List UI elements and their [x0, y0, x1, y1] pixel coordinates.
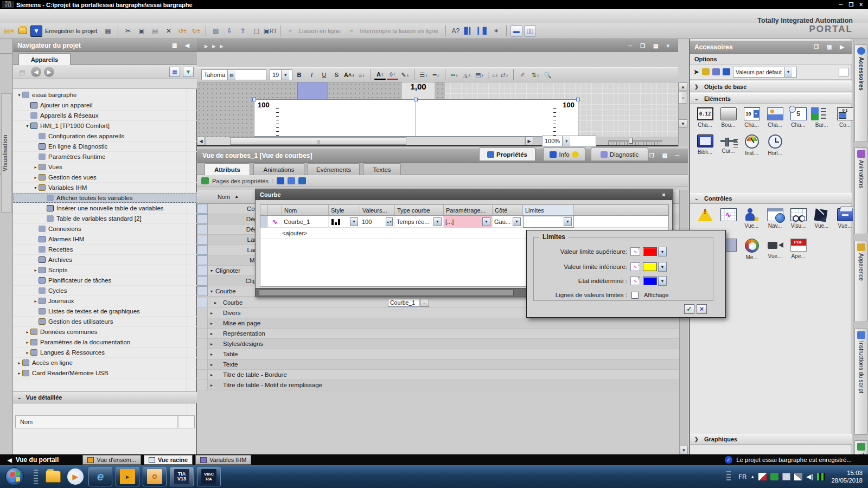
window-layout2-icon[interactable]: ▎▊ [477, 25, 489, 37]
tree-item[interactable]: Cycles [13, 286, 197, 296]
copy-icon[interactable]: ▣ [136, 25, 148, 37]
tree-item[interactable]: Recettes [13, 245, 197, 255]
editor-tab-vue-densemble[interactable]: Vue d'ensem... [82, 455, 141, 465]
vscroll-thumb[interactable]: ≡ [679, 92, 687, 104]
row-selector[interactable] [197, 276, 208, 286]
palette-item[interactable]: Inst... [740, 134, 763, 156]
navigator-header-icons[interactable]: ▥ ◀ [172, 42, 193, 48]
tree-item[interactable]: Listes de textes et de graphiques [13, 306, 197, 317]
close-icon[interactable]: × [660, 191, 668, 198]
tree-item[interactable]: Variables IHM [13, 183, 197, 193]
cut-icon[interactable]: ✂ [122, 25, 134, 37]
bold-icon[interactable]: B [293, 69, 305, 80]
property-pages-label[interactable]: Pages des propriétés [212, 178, 269, 184]
palette-item[interactable]: Vue... [740, 208, 763, 229]
palette-item[interactable]: 5 Cha... [787, 107, 810, 128]
zoom-tool-icon[interactable]: 🔍 [542, 69, 553, 80]
limites-dropdown-icon[interactable]: ▼ [564, 217, 572, 226]
tree-item[interactable]: Appareils & Réseaux [13, 111, 197, 121]
section-graphiques[interactable]: ❯Graphiques [690, 434, 852, 445]
clock[interactable]: 15:03 28/05/2018 [831, 469, 863, 484]
properties-window-icons[interactable]: ❒ ▤ ─ [649, 152, 682, 158]
palette-item[interactable]: ∿ [717, 208, 740, 229]
row-expander-icon[interactable] [208, 342, 215, 346]
tree-item[interactable]: Archives [13, 255, 197, 265]
subtab-attributs[interactable]: Attributs [205, 163, 250, 175]
lower-limit-color-swatch[interactable] [643, 262, 657, 271]
scroll-right-icon[interactable]: ▶ [525, 137, 533, 145]
row-expander-icon[interactable] [208, 352, 215, 357]
palette-item[interactable]: Visu... [787, 208, 810, 229]
row-selector[interactable] [197, 380, 208, 390]
format-painter-icon[interactable]: ✐ [517, 69, 528, 80]
save-project-button[interactable]: Enregistrer le projet [45, 28, 97, 34]
hscroll-thumb[interactable]: ||| [230, 137, 406, 145]
zoom-slider-knob[interactable] [629, 138, 633, 144]
subtab-evenements[interactable]: Evénements [308, 163, 360, 175]
tia-v13-button[interactable]: TIAV13 [170, 467, 194, 486]
row-selector[interactable] [197, 370, 208, 380]
open-project-icon[interactable] [17, 25, 29, 37]
wizard-icon[interactable] [712, 68, 720, 75]
volume-icon[interactable]: ◀) [806, 473, 813, 480]
stamp-icon[interactable] [702, 68, 710, 75]
palette-item[interactable]: ▶ Me... [740, 239, 763, 260]
attribute-group-row[interactable]: Titre de table - Motif de remplissage [197, 380, 688, 390]
courbe-dialog-titlebar[interactable]: Courbe × [256, 189, 672, 200]
curve-type-cell[interactable]: Temps rée... ▼ [395, 216, 444, 228]
import-icon[interactable]: ▼ [183, 67, 194, 77]
tree-item[interactable]: Paramètres Runtime [13, 152, 197, 162]
curve-values-cell[interactable]: 100 ▲▼ [360, 216, 395, 228]
selection-handle[interactable] [414, 98, 418, 101]
stop-runtime-icon[interactable]: ▣RT [264, 25, 276, 37]
subtab-textes[interactable]: Textes [363, 163, 401, 175]
expander-icon[interactable] [16, 371, 22, 376]
delete-icon[interactable]: ✕ [163, 25, 175, 37]
tab-info[interactable]: Info [543, 147, 585, 160]
courbe-row[interactable]: ∿ Courbe_1 ▼ 100 ▲▼ Temps rée... ▼ [...]… [260, 216, 668, 228]
internet-explorer-button[interactable]: e [88, 467, 112, 486]
back-icon[interactable]: ◀ [31, 67, 41, 77]
line-weight-icon[interactable]: ━± [430, 69, 442, 80]
side-dropdown-icon[interactable]: ▼ [513, 217, 521, 226]
flag-alert-icon[interactable] [758, 473, 767, 480]
col-limites[interactable]: Limites [523, 205, 574, 215]
tab-order-icon[interactable]: ⇅± [529, 69, 541, 80]
expander-icon[interactable] [16, 93, 22, 98]
attribute-group-row[interactable]: Styles/designs [197, 339, 688, 349]
download-icon[interactable]: ⇩ [224, 25, 235, 37]
tree-item[interactable]: En ligne & Diagnostic [13, 142, 197, 152]
row-expander-icon[interactable] [208, 383, 215, 388]
col-cote[interactable]: Côté [493, 205, 523, 215]
font-family-dropdown-icon[interactable]: ▤ [227, 70, 235, 80]
expander-icon[interactable] [24, 124, 30, 129]
tree-item[interactable]: Gestion des utilisateurs [13, 317, 197, 327]
tree-item[interactable]: Insérer une nouvelle table de variables [13, 203, 197, 214]
flip-icon[interactable]: ◮± [461, 69, 473, 80]
go-online-button[interactable]: Liaison en ligne [299, 28, 340, 34]
courbe-value-field[interactable]: Courbe_1 [388, 299, 419, 307]
sort-icon[interactable] [277, 177, 284, 184]
start-button[interactable] [5, 467, 24, 486]
zoom-combo[interactable]: 100% ▾ [542, 136, 596, 146]
expander-icon[interactable] [24, 340, 30, 345]
io-field-object[interactable]: 1,00 [401, 82, 435, 101]
curve-name-cell[interactable]: Courbe_1 [282, 216, 329, 228]
tree-item[interactable]: Vues [13, 162, 197, 172]
tab-appareils[interactable]: Appareils [18, 53, 71, 65]
row-expander-icon[interactable] [208, 311, 215, 316]
wincc-ra-button[interactable]: VinCRA [197, 467, 221, 486]
split-vertical-icon[interactable]: ▯▯ [524, 25, 536, 37]
palette-item[interactable]: 10 Cha... [740, 107, 763, 128]
group-icon[interactable]: ▪▪± [449, 69, 460, 80]
dialog-hscroll-thumb[interactable] [259, 290, 514, 296]
tree-item[interactable]: Afficher toutes les variables [13, 193, 197, 203]
tab-animations-vertical[interactable]: Animations [854, 147, 868, 234]
font-family-combo[interactable]: Tahoma ▤ [201, 69, 266, 80]
tree-item[interactable]: Accès en ligne [13, 358, 197, 368]
tree-item[interactable]: Table de variables standard [2] [13, 214, 197, 224]
defaults-dropdown-icon[interactable]: ▾ [784, 67, 792, 77]
expander-icon[interactable] [33, 175, 39, 180]
palette-item[interactable]: Nav... [763, 208, 787, 229]
media-player-icon[interactable]: ▶ [67, 468, 84, 485]
